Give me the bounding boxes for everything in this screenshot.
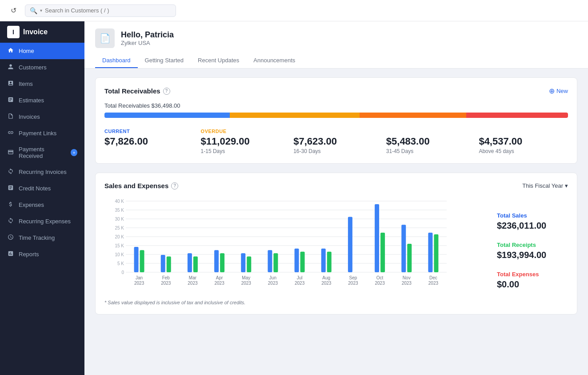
svg-rect-50 — [348, 217, 352, 272]
sidebar-item-reports[interactable]: Reports — [0, 246, 84, 262]
svg-text:35 K: 35 K — [115, 208, 124, 213]
sidebar-item-payment-links[interactable]: Payment Links — [0, 125, 84, 141]
svg-text:2023: 2023 — [321, 281, 332, 286]
plus-icon: ⊕ — [549, 87, 555, 95]
svg-text:0: 0 — [121, 270, 124, 275]
search-input[interactable] — [45, 7, 171, 14]
sidebar: I Invoice Home Customers Items Estimates… — [0, 21, 84, 375]
sidebar-item-label: Recurring Expenses — [19, 218, 71, 225]
sidebar-item-label: Credit Notes — [19, 185, 51, 192]
search-bar[interactable]: 🔍 ▾ — [25, 4, 176, 17]
refresh-button[interactable]: ↺ — [7, 4, 20, 17]
layout: I Invoice Home Customers Items Estimates… — [0, 21, 588, 375]
svg-text:40 K: 40 K — [115, 199, 124, 204]
app-logo: I Invoice — [0, 21, 84, 43]
legend-total-receipts: Total Receipts $193,994.00 — [497, 242, 568, 260]
sidebar-item-payments-received[interactable]: Payments Received + — [0, 141, 84, 164]
receivables-col-days: 16-30 Days — [293, 148, 379, 154]
sales-info-icon[interactable]: ? — [171, 182, 178, 190]
sales-chart-header: Sales and Expenses ? This Fiscal Year ▾ — [104, 182, 568, 190]
svg-text:30 K: 30 K — [115, 217, 124, 222]
svg-text:5 K: 5 K — [117, 261, 124, 266]
home-icon — [7, 47, 14, 55]
svg-rect-54 — [375, 204, 379, 272]
tab-dashboard[interactable]: Dashboard — [95, 53, 138, 68]
recurring-invoices-icon — [7, 168, 14, 176]
main-area: 📄 Hello, Patricia Zylker USA DashboardGe… — [84, 21, 588, 375]
svg-text:Sep: Sep — [349, 275, 357, 280]
receivables-col-label: OVERDUE — [201, 129, 287, 134]
sidebar-item-label: Invoices — [19, 113, 40, 120]
receivables-title: Total Receivables ? — [104, 87, 170, 95]
fiscal-year-selector[interactable]: This Fiscal Year ▾ — [522, 182, 568, 189]
receivables-col-days: 31-45 Days — [386, 148, 472, 154]
user-org: Zylker USA — [121, 40, 174, 46]
receivables-bar — [104, 113, 568, 118]
svg-text:2023: 2023 — [134, 281, 144, 286]
bar-segment — [360, 113, 466, 118]
sidebar-item-home[interactable]: Home — [0, 43, 84, 59]
sidebar-item-time-tracking[interactable]: Time Tracking — [0, 230, 84, 246]
user-greeting: Hello, Patricia — [121, 30, 174, 40]
sidebar-item-expenses[interactable]: Expenses — [0, 197, 84, 213]
payment-links-icon — [7, 129, 14, 137]
receivables-col-amount: $5,483.00 — [386, 136, 472, 147]
bar-segment — [104, 113, 230, 118]
sidebar-item-recurring-invoices[interactable]: Recurring Invoices — [0, 164, 84, 180]
bar-segment — [230, 113, 360, 118]
search-dropdown-icon[interactable]: ▾ — [40, 8, 42, 13]
svg-rect-42 — [295, 249, 299, 272]
receivables-col-amount: $7,623.00 — [293, 136, 379, 147]
svg-rect-18 — [134, 247, 139, 272]
receivables-col-amount: $4,537.00 — [479, 136, 564, 147]
total-receipts-value: $193,994.00 — [497, 250, 568, 260]
svg-rect-27 — [193, 256, 198, 272]
reports-icon — [7, 250, 14, 258]
svg-text:2023: 2023 — [214, 281, 224, 286]
sidebar-badge: + — [71, 149, 77, 156]
sidebar-item-credit-notes[interactable]: Credit Notes — [0, 180, 84, 197]
logo-icon: I — [7, 26, 20, 38]
svg-rect-31 — [220, 253, 224, 272]
topbar: ↺ 🔍 ▾ — [0, 0, 588, 21]
svg-text:2023: 2023 — [375, 281, 385, 286]
receivables-info-icon[interactable]: ? — [163, 88, 170, 95]
svg-text:15 K: 15 K — [115, 243, 124, 248]
tab-getting-started[interactable]: Getting Started — [138, 53, 191, 68]
expenses-icon — [7, 201, 14, 209]
sidebar-item-customers[interactable]: Customers — [0, 59, 84, 76]
svg-text:May: May — [242, 275, 250, 280]
new-receivable-button[interactable]: ⊕ New — [549, 87, 568, 95]
svg-text:Dec: Dec — [429, 275, 437, 280]
svg-rect-23 — [167, 256, 171, 272]
svg-text:Oct: Oct — [376, 275, 384, 280]
svg-rect-43 — [300, 252, 305, 272]
receivables-col-0: CURRENT $7,826.00 — [104, 129, 197, 154]
svg-rect-34 — [241, 253, 245, 272]
svg-rect-19 — [140, 250, 144, 272]
sidebar-item-estimates[interactable]: Estimates — [0, 92, 84, 109]
customers-icon — [7, 64, 14, 71]
sales-title: Sales and Expenses ? — [104, 182, 178, 190]
receivables-header: Total Receivables ? ⊕ New — [104, 87, 568, 95]
legend-total-sales: Total Sales $236,011.00 — [497, 212, 568, 231]
recurring-expenses-icon — [7, 218, 14, 225]
sidebar-item-invoices[interactable]: Invoices — [0, 109, 84, 125]
sidebar-item-label: Recurring Invoices — [19, 169, 67, 175]
svg-rect-22 — [161, 255, 165, 272]
receivables-card: Total Receivables ? ⊕ New Total Receivab… — [95, 77, 577, 164]
tab-announcements[interactable]: Announcements — [246, 53, 302, 68]
sidebar-item-recurring-expenses[interactable]: Recurring Expenses — [0, 213, 84, 230]
invoices-icon — [7, 113, 14, 121]
svg-text:Mar: Mar — [189, 275, 197, 280]
svg-text:Nov: Nov — [403, 275, 411, 280]
svg-rect-58 — [401, 225, 406, 272]
tab-recent-updates[interactable]: Recent Updates — [191, 53, 246, 68]
svg-text:Jul: Jul — [297, 275, 303, 280]
receivables-col-amount: $11,029.00 — [201, 136, 287, 147]
chart-legend: Total Sales $236,011.00 Total Receipts $… — [488, 197, 568, 305]
sidebar-item-items[interactable]: Items — [0, 76, 84, 92]
receivables-col-days: Above 45 days — [479, 148, 564, 154]
time-tracking-icon — [7, 234, 14, 242]
total-receipts-label: Total Receipts — [497, 242, 568, 248]
